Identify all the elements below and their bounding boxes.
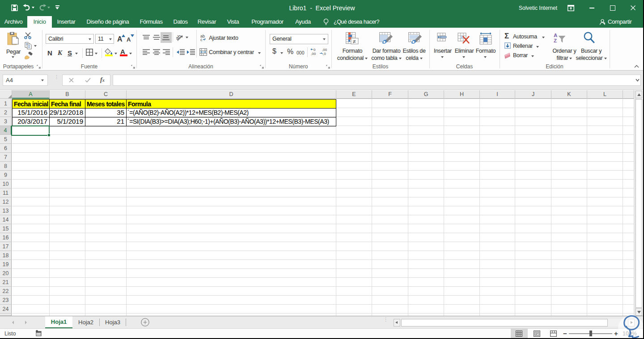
svg-text:,0: ,0 (323, 52, 326, 55)
svg-text:c: c (200, 38, 203, 41)
svg-text:≠: ≠ (353, 38, 356, 45)
svg-text:A: A (554, 33, 557, 38)
svg-text:0: 0 (314, 48, 316, 52)
svg-text:,00: ,00 (322, 48, 327, 52)
svg-text:,00: ,00 (311, 52, 316, 55)
svg-text:Z: Z (554, 38, 557, 43)
